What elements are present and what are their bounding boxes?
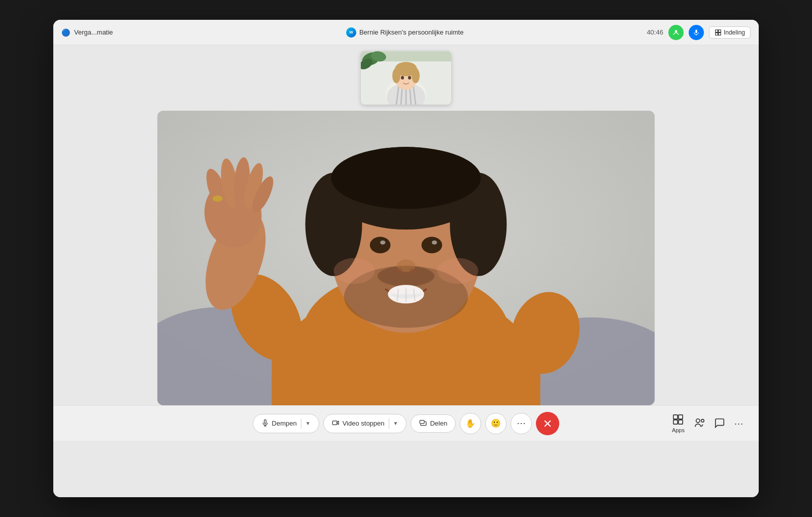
svg-point-24 <box>408 76 411 80</box>
svg-point-46 <box>410 268 418 274</box>
microphone-icon <box>261 419 269 428</box>
participants-button[interactable] <box>694 417 705 430</box>
svg-point-40 <box>370 237 391 253</box>
svg-rect-5 <box>716 33 718 35</box>
more-options-button[interactable]: ··· <box>511 413 532 434</box>
more-right-button[interactable]: ··· <box>734 418 743 429</box>
controls-center: Dempen ▼ Video stoppen ▼ <box>253 412 560 435</box>
svg-point-75 <box>701 419 704 422</box>
controls-bar: Dempen ▼ Video stoppen ▼ <box>53 405 759 441</box>
svg-rect-3 <box>716 29 718 32</box>
audio-icon[interactable] <box>689 25 704 40</box>
svg-rect-72 <box>673 419 678 424</box>
svg-rect-63 <box>264 419 266 424</box>
webex-logo: W <box>346 27 356 38</box>
svg-rect-66 <box>332 421 337 425</box>
call-timer: 40:46 <box>647 28 663 36</box>
app-window: 🔵 Verga...matie W Bernie Rijksen's perso… <box>53 20 759 497</box>
controls-right: Apps <box>672 414 743 433</box>
video-divider <box>389 418 389 429</box>
share-icon <box>419 419 427 428</box>
svg-rect-4 <box>719 29 721 32</box>
main-content: Dempen ▼ Video stoppen ▼ <box>53 45 759 497</box>
mute-label: Dempen <box>272 419 297 427</box>
apps-label: Apps <box>672 427 685 433</box>
mute-chevron[interactable]: ▼ <box>306 421 311 426</box>
chat-button[interactable] <box>714 417 725 430</box>
share-label: Delen <box>430 419 447 427</box>
svg-rect-67 <box>420 420 425 423</box>
titlebar-right: 40:46 Indeling <box>647 25 751 40</box>
apps-icon <box>672 414 684 426</box>
layout-button[interactable]: Indeling <box>709 26 751 39</box>
self-view-video <box>361 51 451 105</box>
svg-point-37 <box>331 147 481 209</box>
raise-hand-icon: ✋ <box>465 418 476 428</box>
video-label: Video stoppen <box>343 419 385 427</box>
svg-point-43 <box>432 240 437 244</box>
svg-rect-73 <box>679 419 683 424</box>
reactions-button[interactable]: 🙂 <box>485 413 506 434</box>
svg-point-22 <box>412 68 420 83</box>
titlebar: 🔵 Verga...matie W Bernie Rijksen's perso… <box>53 20 759 45</box>
layout-button-label: Indeling <box>724 29 745 36</box>
share-button[interactable]: Delen <box>411 414 456 433</box>
participants-icon[interactable] <box>668 25 684 40</box>
svg-point-21 <box>392 68 400 83</box>
apps-button[interactable]: Apps <box>672 414 685 433</box>
svg-point-45 <box>394 268 402 274</box>
svg-rect-70 <box>673 414 678 418</box>
more-icon: ··· <box>517 418 526 429</box>
shield-icon: 🔵 <box>61 28 70 37</box>
video-button[interactable]: Video stoppen ▼ <box>323 414 407 433</box>
self-view-thumbnail[interactable] <box>361 51 451 105</box>
svg-rect-71 <box>679 414 683 418</box>
raise-hand-button[interactable]: ✋ <box>460 413 481 434</box>
main-video <box>157 111 655 405</box>
svg-point-74 <box>696 418 700 422</box>
titlebar-left: 🔵 Verga...matie <box>61 28 163 37</box>
more-right-icon: ··· <box>734 418 743 429</box>
reactions-icon: 🙂 <box>491 418 501 428</box>
room-title: Bernie Rijksen's persoonlijke ruimte <box>359 28 464 36</box>
titlebar-center: W Bernie Rijksen's persoonlijke ruimte <box>346 27 464 38</box>
participants-list-icon <box>694 417 705 430</box>
titlebar-center-row: W Bernie Rijksen's persoonlijke ruimte <box>346 27 464 38</box>
svg-point-0 <box>675 30 678 33</box>
video-chevron[interactable]: ▼ <box>393 421 398 426</box>
webex-logo-text: W <box>349 30 353 35</box>
end-call-button[interactable] <box>536 412 559 435</box>
meeting-title: Verga...matie <box>74 28 113 36</box>
svg-point-23 <box>401 76 404 80</box>
svg-point-61 <box>212 196 222 202</box>
svg-point-41 <box>422 237 443 253</box>
svg-rect-6 <box>719 33 721 35</box>
svg-point-42 <box>380 240 385 244</box>
chat-icon <box>714 417 725 430</box>
main-video-inner <box>157 111 655 405</box>
svg-point-52 <box>437 258 478 284</box>
svg-point-51 <box>334 258 375 284</box>
mute-divider <box>301 418 301 429</box>
svg-rect-1 <box>695 29 697 33</box>
video-icon <box>332 419 340 428</box>
mute-button[interactable]: Dempen ▼ <box>253 414 319 433</box>
